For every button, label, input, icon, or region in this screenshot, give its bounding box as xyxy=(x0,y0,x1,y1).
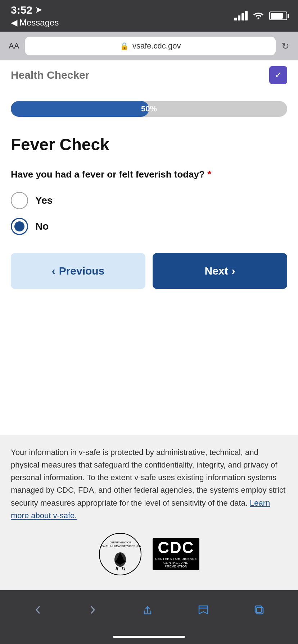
browser-forward-button[interactable] xyxy=(87,604,98,615)
svg-point-0 xyxy=(258,17,259,19)
svg-line-10 xyxy=(122,567,123,570)
required-marker: * xyxy=(207,169,211,180)
button-row: ‹ Previous Next › xyxy=(11,253,287,289)
browser-bar: AA 🔒 vsafe.cdc.gov ↻ xyxy=(0,32,298,60)
main-content: Fever Check Have you had a fever or felt… xyxy=(0,120,298,435)
back-messages[interactable]: ◀ Messages xyxy=(11,18,59,28)
browser-share-button[interactable] xyxy=(141,604,154,616)
lock-icon: 🔒 xyxy=(120,42,129,50)
status-bar: 3:52 ➤ ◀ Messages xyxy=(0,0,298,32)
previous-label: Previous xyxy=(59,265,105,277)
svg-line-11 xyxy=(124,567,125,570)
svg-text:HEALTH & HUMAN SERVICES USA: HEALTH & HUMAN SERVICES USA xyxy=(100,545,141,547)
browser-bottom-nav xyxy=(0,590,298,630)
refresh-icon[interactable]: ↻ xyxy=(281,41,289,52)
location-icon: ➤ xyxy=(35,5,42,15)
progress-fill xyxy=(11,101,149,117)
hhs-logo: DEPARTMENT OF HEALTH & HUMAN SERVICES US… xyxy=(99,533,142,576)
url-text: vsafe.cdc.gov xyxy=(132,41,181,51)
page-header: Health Checker ✓ xyxy=(0,60,298,90)
status-right xyxy=(234,10,287,22)
browser-tabs-button[interactable] xyxy=(253,604,265,616)
url-bar[interactable]: 🔒 vsafe.cdc.gov xyxy=(25,37,276,55)
home-indicator xyxy=(0,630,298,644)
svg-line-8 xyxy=(116,567,117,570)
time-display: 3:52 xyxy=(11,4,32,16)
signal-icon xyxy=(234,11,248,20)
progress-bar: 50% xyxy=(11,101,287,117)
svg-rect-15 xyxy=(257,607,263,614)
radio-circle-yes[interactable] xyxy=(11,192,28,209)
radio-label-yes: Yes xyxy=(35,195,53,206)
next-button[interactable]: Next › xyxy=(153,253,287,289)
page-title: Fever Check xyxy=(11,135,287,154)
footer-section: Your information in v-safe is protected … xyxy=(0,435,298,590)
browser-back-button[interactable] xyxy=(33,604,44,615)
text-size-control[interactable]: AA xyxy=(9,41,19,51)
browser-bookmarks-button[interactable] xyxy=(197,604,209,616)
messages-back-label: Messages xyxy=(19,18,59,28)
header-logo-icon: ✓ xyxy=(269,66,287,84)
chevron-right-icon: › xyxy=(232,265,235,277)
radio-group-fever: Yes No xyxy=(11,192,287,235)
svg-line-9 xyxy=(117,567,118,570)
progress-section: 50% xyxy=(0,90,298,120)
question-text: Have you had a fever or felt feverish to… xyxy=(11,167,287,181)
previous-button[interactable]: ‹ Previous xyxy=(11,253,145,289)
chevron-left-icon: ‹ xyxy=(52,265,55,277)
wifi-icon xyxy=(253,10,264,22)
battery-icon xyxy=(269,12,287,20)
privacy-text-content: Your information in v-safe is protected … xyxy=(11,448,285,507)
radio-option-yes[interactable]: Yes xyxy=(11,192,287,209)
footer-privacy-text: Your information in v-safe is protected … xyxy=(11,446,287,522)
radio-option-no[interactable]: No xyxy=(11,218,287,235)
next-label: Next xyxy=(204,265,228,277)
radio-circle-no[interactable] xyxy=(11,218,28,235)
svg-text:DEPARTMENT OF: DEPARTMENT OF xyxy=(109,541,131,544)
cdc-logo: CDC CENTERS FOR DISEASECONTROL AND PREVE… xyxy=(153,538,199,570)
logos-row: DEPARTMENT OF HEALTH & HUMAN SERVICES US… xyxy=(11,533,287,576)
question-label: Have you had a fever or felt feverish to… xyxy=(11,169,205,180)
home-bar xyxy=(113,636,185,638)
status-left: 3:52 ➤ ◀ Messages xyxy=(11,4,59,28)
status-time: 3:52 ➤ xyxy=(11,4,59,16)
back-arrow-icon: ◀ xyxy=(11,18,17,28)
radio-label-no: No xyxy=(35,221,49,232)
progress-label: 50% xyxy=(141,104,157,114)
header-title: Health Checker xyxy=(11,69,89,81)
svg-rect-14 xyxy=(255,606,262,612)
